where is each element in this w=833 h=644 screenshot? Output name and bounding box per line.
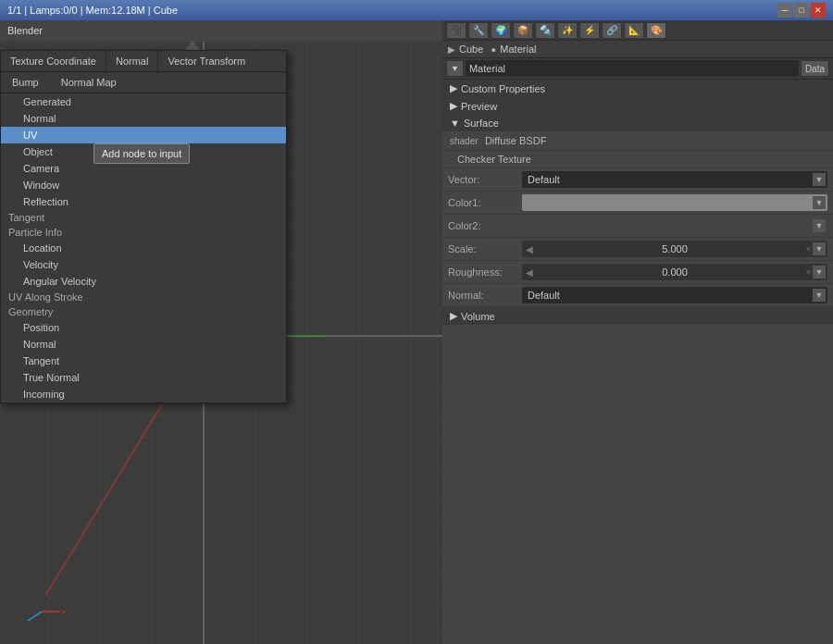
particle-info-category: Particle Info (1, 225, 286, 240)
color2-label: Color2: (448, 220, 522, 231)
object-data-properties-btn[interactable]: 📐 (624, 22, 644, 39)
tangent-category: Tangent (1, 210, 286, 225)
dropdown-arrow-indicator (185, 41, 200, 50)
surface-arrow: ▼ (450, 118, 460, 129)
status-bar: Blender (0, 20, 442, 41)
bump-item[interactable]: Bump (1, 74, 50, 91)
minimize-button[interactable]: ─ (777, 3, 792, 18)
scale-value-text: 5.000 (662, 243, 688, 254)
material-properties-btn[interactable]: 🎨 (646, 22, 666, 39)
right-toolbar: 🎥 🔧 🌍 📦 🔩 ✨ ⚡ 🔗 📐 🎨 (442, 20, 833, 41)
incoming-item[interactable]: Incoming (1, 386, 286, 402)
material-name-label: Material (500, 43, 536, 55)
properties-content: 🎥 🔧 🌍 📦 🔩 ✨ ⚡ 🔗 📐 🎨 ▶ Cube ● Material (442, 20, 833, 644)
physics-properties-btn[interactable]: ⚡ (579, 22, 600, 39)
location-item[interactable]: Location (1, 240, 286, 256)
preview-arrow: ▶ (450, 100, 457, 112)
roughness-dropdown-btn[interactable]: ▼ (813, 266, 826, 279)
vector-label: Vector: (448, 174, 522, 185)
scale-value[interactable]: ◀ 5.000 × ▼ (522, 241, 827, 257)
normal-row: Normal: Default ▼ (442, 284, 833, 307)
tangent-geo-item[interactable]: Tangent (1, 353, 286, 369)
velocity-item[interactable]: Velocity (1, 256, 286, 273)
vector-dropdown-btn[interactable]: ▼ (813, 173, 826, 186)
checker-texture-label: Checker Texture (457, 154, 531, 165)
dropdown-overlay: Texture Coordinate Normal Vector Transfo… (0, 41, 442, 644)
vector-value[interactable]: Default ▼ (522, 171, 827, 188)
mat-browse-btn[interactable]: ▼ (446, 60, 464, 77)
title-bar-text: 1/1 | Lamps:0/0 | Mem:12.18M | Cube (7, 5, 777, 16)
reflection-item[interactable]: Reflection (1, 193, 286, 210)
true-normal-item[interactable]: True Normal (1, 369, 286, 386)
color2-dropdown-btn[interactable]: ▼ (813, 219, 826, 232)
window-item[interactable]: Window (1, 177, 286, 193)
preview-section[interactable]: ▶ Preview (442, 97, 833, 115)
normal-prop-label: Normal: (448, 290, 522, 301)
modifier-properties-btn[interactable]: 🔩 (535, 22, 555, 39)
color1-row: Color1: ▼ (442, 192, 833, 215)
normal-dropdown-btn[interactable]: ▼ (813, 289, 826, 302)
texture-coordinate-item[interactable]: Texture Coordinate (1, 51, 106, 71)
title-bar: 1/1 | Lamps:0/0 | Mem:12.18M | Cube ─ □ … (0, 0, 833, 20)
object-item[interactable]: Object Add node to input (1, 143, 286, 160)
normal-map-item[interactable]: Normal Map (50, 74, 128, 91)
vector-value-text: Default (528, 174, 560, 185)
volume-arrow: ▶ (450, 310, 457, 322)
object-name-label: Cube (459, 43, 483, 55)
material-toolbar: ▼ Material Data (442, 58, 833, 80)
object-name-row: ▶ Cube ● Material (442, 41, 833, 58)
vector-row: Vector: Default ▼ (442, 168, 833, 192)
color1-swatch[interactable]: ▼ (522, 194, 827, 211)
tooltip: Add node to input (93, 143, 190, 164)
roughness-value[interactable]: ◀ 0.000 × ▼ (522, 264, 827, 280)
object-properties-btn[interactable]: 📦 (513, 22, 533, 39)
custom-properties-label: Custom Properties (461, 83, 545, 94)
roughness-label: Roughness: (448, 266, 522, 278)
color2-row: Color2: ▼ (442, 215, 833, 238)
particle-properties-btn[interactable]: ✨ (557, 22, 578, 39)
normal-geo-item[interactable]: Normal (1, 336, 286, 353)
world-properties-btn[interactable]: 🌍 (491, 22, 511, 39)
volume-section[interactable]: ▶ Volume (442, 307, 833, 325)
generated-item[interactable]: Generated (1, 93, 286, 110)
viewport: Blender X Texture Coordinate Normal Vect… (0, 20, 442, 644)
angular-velocity-item[interactable]: Angular Velocity (1, 273, 286, 290)
scale-dropdown-btn[interactable]: ▼ (813, 242, 826, 255)
uv-item[interactable]: UV (1, 127, 286, 143)
close-button[interactable]: ✕ (811, 3, 826, 18)
custom-properties-section[interactable]: ▶ Custom Properties (442, 80, 833, 97)
position-item[interactable]: Position (1, 319, 286, 336)
scale-label: Scale: (448, 243, 522, 254)
normal-prop-value[interactable]: Default ▼ (522, 287, 827, 303)
volume-label: Volume (461, 311, 495, 322)
status-text: Blender (7, 25, 43, 36)
color1-label: Color1: (448, 197, 522, 208)
material-data-btn[interactable]: Data (801, 60, 829, 77)
cube-icon: ▶ (448, 44, 455, 55)
color2-swatch[interactable]: ▼ (522, 217, 827, 234)
constraints-properties-btn[interactable]: 🔗 (602, 22, 622, 39)
menu-items-list: Generated Normal UV Object Add node to i… (1, 93, 286, 402)
normal-item[interactable]: Normal (1, 110, 286, 127)
maximize-button[interactable]: □ (794, 3, 809, 18)
scene-properties-btn[interactable]: 🔧 (468, 22, 489, 39)
right-panel: 🎥 🔧 🌍 📦 🔩 ✨ ⚡ 🔗 📐 🎨 ▶ Cube ● Material (442, 20, 833, 644)
normal-prop-value-text: Default (528, 290, 560, 301)
vector-transform-item[interactable]: Vector Transform (158, 51, 255, 71)
roughness-left-arrow: ◀ (526, 267, 533, 278)
custom-properties-arrow: ▶ (450, 82, 457, 94)
color1-dropdown-btn[interactable]: ▼ (813, 196, 826, 209)
roughness-row: Roughness: ◀ 0.000 × ▼ (442, 261, 833, 284)
render-properties-btn[interactable]: 🎥 (446, 22, 466, 39)
preview-label: Preview (461, 101, 497, 112)
dropdown-second-row: Bump Normal Map (1, 72, 286, 93)
dropdown-panel: Texture Coordinate Normal Vector Transfo… (0, 50, 287, 403)
shader-label-left: shader (450, 136, 479, 146)
main-area: Blender X Texture Coordinate Normal Vect… (0, 20, 833, 644)
uv-along-stroke-item[interactable]: UV Along Stroke (1, 290, 286, 304)
scale-left-arrow: ◀ (526, 244, 533, 254)
surface-section[interactable]: ▼ Surface (442, 115, 833, 131)
title-bar-controls: ─ □ ✕ (777, 3, 826, 18)
normal-header-item[interactable]: Normal (106, 51, 158, 71)
roughness-unit: × (806, 267, 811, 277)
